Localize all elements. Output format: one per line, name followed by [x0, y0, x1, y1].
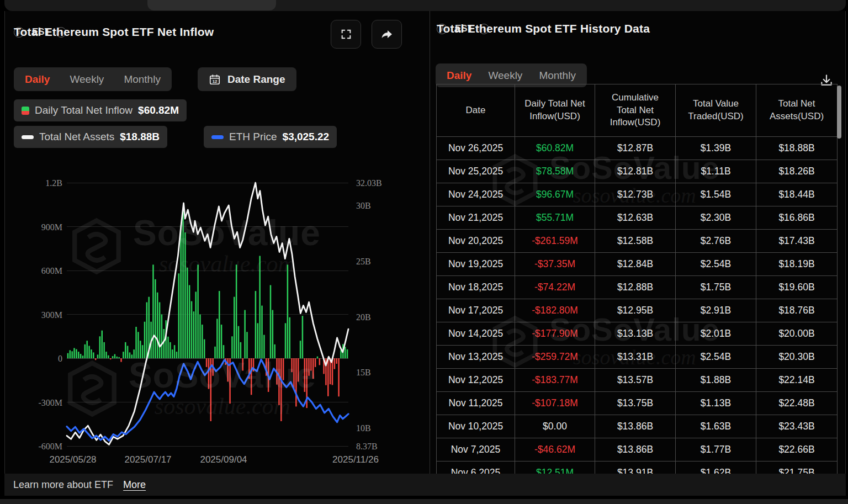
- table-cell: $2.30B: [676, 206, 756, 230]
- right-axis-tick: 25B: [356, 257, 371, 266]
- right-axis-tick: 15B: [356, 368, 371, 377]
- table-cell: $1.88B: [676, 369, 756, 392]
- tab-daily[interactable]: Daily: [447, 70, 471, 82]
- etf-dashboard: Total Ethereum Spot ETF Net Inflow i EST…: [0, 0, 848, 504]
- table-cell: -$74.22M: [515, 276, 595, 299]
- scrollbar-thumb[interactable]: [837, 86, 841, 139]
- left-axis-tick: -300M: [38, 398, 62, 407]
- bottom-scroll-strip[interactable]: [0, 499, 848, 504]
- table-header-cell: Total Value Traded(USD): [676, 84, 756, 137]
- table-cell: $16.86B: [756, 206, 838, 230]
- date-range-button[interactable]: 12 Date Range: [198, 67, 296, 91]
- legend-label: Daily Total Net Inflow: [35, 104, 132, 116]
- date-range-label: Date Range: [227, 73, 285, 86]
- share-button[interactable]: [372, 20, 402, 49]
- table-cell: $1.54B: [676, 183, 756, 206]
- top-cutoff-tab: [147, 0, 276, 10]
- table-row: Nov 13,2025-$259.72M$13.31B$2.54B$20.30B: [436, 346, 838, 369]
- table-cell: $19.60B: [756, 276, 838, 299]
- legend-eth-price[interactable]: ETH Price $3,025.22: [204, 126, 337, 148]
- legend-daily-net-inflow[interactable]: Daily Total Net Inflow $60.82M: [14, 99, 187, 121]
- tab-weekly[interactable]: Weekly: [488, 70, 522, 82]
- table-row: Nov 26,2025$60.82M$12.87B$1.39B$18.88B: [436, 137, 838, 160]
- table-row: Nov 21,2025$55.71M$12.63B$2.30B$16.86B: [436, 206, 838, 230]
- table-cell: -$37.35M: [515, 253, 595, 276]
- footer-more-link[interactable]: More: [123, 479, 146, 491]
- legend-total-net-assets[interactable]: Total Net Assets $18.88B: [14, 126, 167, 148]
- left-axis-tick: 0: [58, 354, 62, 363]
- table-cell: $13.75B: [595, 392, 676, 415]
- table-row: Nov 12,2025-$183.77M$13.57B$1.88B$22.14B: [436, 369, 838, 392]
- table-row: Nov 10,2025$0.00$13.86B$1.63B$23.43B: [436, 415, 838, 438]
- table-cell: $1.75B: [676, 276, 756, 299]
- tab-daily[interactable]: Daily: [25, 73, 50, 86]
- table-header-cell: Date: [436, 84, 515, 137]
- table-cell: Nov 18,2025: [436, 276, 515, 299]
- top-cutoff-bar: [4, 0, 846, 11]
- right-axis-tick: 10B: [356, 423, 371, 433]
- table-cell: $12.84B: [595, 253, 676, 276]
- table-cell: Nov 13,2025: [436, 346, 515, 369]
- table-row: Nov 17,2025-$182.80M$12.95B$2.91B$18.76B: [436, 299, 838, 322]
- table-cell: $18.44B: [756, 183, 838, 206]
- table-cell: Nov 12,2025: [436, 369, 515, 392]
- table-cell: $17.43B: [756, 230, 838, 253]
- table-cell: $1.63B: [676, 415, 756, 438]
- table-cell: $18.26B: [756, 160, 838, 183]
- table-cell: $13.31B: [595, 346, 676, 369]
- table-cell: $2.01B: [676, 322, 756, 346]
- tab-monthly[interactable]: Monthly: [124, 73, 161, 86]
- table-cell: $1.13B: [676, 392, 756, 415]
- legend-value: $18.88B: [120, 131, 160, 143]
- table-cell: -$177.90M: [515, 322, 595, 346]
- table-header-cell: Cumulative Total Net Inflow(USD): [595, 84, 676, 137]
- left-axis-tick: 300M: [41, 310, 62, 320]
- table-cell: $12.63B: [595, 206, 676, 230]
- table-row: Nov 24,2025$96.67M$12.73B$1.54B$18.44B: [436, 183, 838, 206]
- table-title: Total Ethereum Spot ETF History Data: [437, 22, 650, 35]
- tab-weekly[interactable]: Weekly: [70, 73, 104, 86]
- tab-monthly[interactable]: Monthly: [539, 70, 576, 82]
- table-cell: Nov 11,2025: [436, 392, 515, 415]
- table-cell: $96.67M: [515, 183, 595, 206]
- table-cell: -$183.77M: [515, 369, 595, 392]
- table-cell: $12.58B: [595, 230, 676, 253]
- daily-net-inflow-bars: [67, 210, 348, 421]
- table-title-row: Total Ethereum Spot ETF History Data i E…: [437, 23, 489, 34]
- table-cell: $20.30B: [756, 346, 838, 369]
- x-axis-tick: 2025/05/28: [49, 454, 96, 465]
- left-axis-tick: 900M: [41, 222, 62, 232]
- table-cell: $12.95B: [595, 299, 676, 322]
- fullscreen-button[interactable]: [331, 20, 361, 49]
- legend-value: $60.82M: [138, 104, 179, 116]
- table-cell: $55.71M: [515, 206, 595, 230]
- legend-value: $3,025.22: [283, 131, 330, 143]
- table-cell: Nov 7,2025: [436, 438, 515, 461]
- net-inflow-chart[interactable]: 1.2B900M600M300M0-300M-600M32.03B30B25B2…: [5, 163, 430, 475]
- x-axis-tick: 2025/11/26: [332, 454, 379, 465]
- left-axis-tick: -600M: [38, 442, 62, 451]
- right-axis-tick: 8.37B: [356, 442, 378, 451]
- right-axis-tick: 32.03B: [356, 178, 382, 188]
- chart-period-tabs: Daily Weekly Monthly: [14, 67, 172, 91]
- table-row: Nov 18,2025-$74.22M$12.88B$1.75B$19.60B: [436, 276, 838, 299]
- table-cell: $1.11B: [676, 160, 756, 183]
- table-row: Nov 25,2025$78.58M$12.81B$1.11B$18.26B: [436, 160, 838, 183]
- table-cell: $13.86B: [595, 438, 676, 461]
- table-cell: $78.58M: [515, 160, 595, 183]
- table-cell: $22.14B: [756, 369, 838, 392]
- table-cell: Nov 20,2025: [436, 230, 515, 253]
- table-cell: $13.57B: [595, 369, 676, 392]
- left-axis-tick: 600M: [41, 266, 62, 275]
- table-header-row: DateDaily Total Net Inflow(USD)Cumulativ…: [436, 84, 838, 137]
- table-cell: Nov 10,2025: [436, 415, 515, 438]
- table-cell: $12.73B: [595, 183, 676, 206]
- table-cell: -$182.80M: [515, 299, 595, 322]
- table-row: Nov 7,2025-$46.62M$13.86B$1.77B$22.66B: [436, 438, 838, 461]
- table-cell: $18.88B: [756, 137, 838, 160]
- table-cell: Nov 14,2025: [436, 322, 515, 346]
- table-cell: Nov 17,2025: [436, 299, 515, 322]
- table-cell: $0.00: [515, 415, 595, 438]
- table-cell: $23.43B: [756, 415, 838, 438]
- table-cell: $1.39B: [676, 137, 756, 160]
